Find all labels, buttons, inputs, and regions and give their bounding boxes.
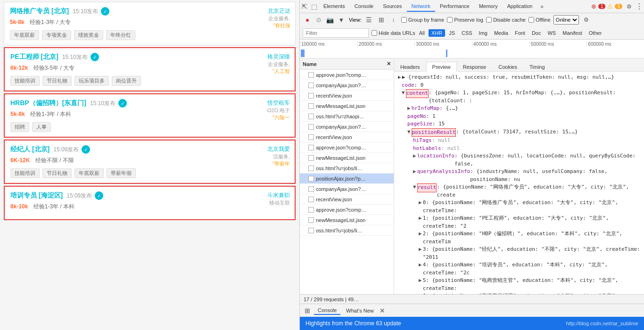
expand-locationInfo[interactable]: ▶ <box>413 152 416 160</box>
console-expand-icon[interactable]: ⊞ <box>303 306 312 315</box>
hide-data-urls-label[interactable]: Hide data URLs <box>372 30 415 36</box>
tab-console[interactable]: Console <box>350 1 378 12</box>
expand-queryAnalysisInfo[interactable]: ▶ <box>413 168 416 176</box>
throttle-settings-icon[interactable]: ⚙ <box>582 15 591 25</box>
tab-elements[interactable]: Elements <box>319 1 350 12</box>
network-list-item-9[interactable]: oss.html?u=jobs/li… <box>300 163 394 173</box>
clear-button[interactable]: ⊘ <box>314 15 323 25</box>
more-options-icon[interactable]: ⋮ <box>635 2 644 11</box>
job-card-3[interactable]: 悟空租车 O2O,电子 "六险一 HRBP（偏招聘）[东直门] 15:10发布 … <box>4 93 296 138</box>
filter-manifest[interactable]: Manifest <box>560 29 585 37</box>
tab-application[interactable]: Application <box>503 1 537 12</box>
tag-4-0[interactable]: 技能培训 <box>10 168 40 178</box>
settings-icon[interactable]: ⚙ <box>624 2 634 11</box>
tab-network[interactable]: Network <box>407 1 435 12</box>
expand-positionResult[interactable]: ▼ <box>407 128 411 136</box>
filter-js[interactable]: JS <box>446 29 458 37</box>
camera-icon[interactable]: 📷 <box>325 15 335 25</box>
filter-font[interactable]: Font <box>512 29 528 37</box>
whats-new-tab[interactable]: What's New <box>342 307 377 314</box>
json-tab-headers[interactable]: Headers <box>394 62 426 72</box>
waterfall-icon[interactable]: ↕ <box>389 15 398 25</box>
json-tab-cookies[interactable]: Cookies <box>492 62 523 72</box>
group-by-frame-checkbox[interactable] <box>401 17 407 23</box>
network-list-item-14[interactable]: newMessageList.json <box>300 215 394 225</box>
expand-item-5[interactable]: ▶ <box>419 277 422 285</box>
filter-xhr[interactable]: XHR <box>429 29 445 37</box>
network-list-item-13[interactable]: approve.json?comp… <box>300 205 394 215</box>
tag-3-1[interactable]: 人事 <box>32 122 51 132</box>
offline-checkbox[interactable] <box>528 17 534 23</box>
job-card-1[interactable]: 北京正达 企业服务, "有社保 网络推广专员 [北京] 15:10发布 ✓ 5k… <box>4 2 296 45</box>
filter-img[interactable]: Img <box>476 29 490 37</box>
network-list-item-15[interactable]: oss.html?u=jobs/li… <box>300 225 394 236</box>
json-tab-preview[interactable]: Preview <box>426 62 457 72</box>
tag-1-2[interactable]: 绩效奖金 <box>74 30 103 40</box>
network-list-item-5[interactable]: companyAjax.json?… <box>300 122 394 132</box>
tag-2-2[interactable]: 玩乐项目多 <box>74 76 109 86</box>
tab-performance[interactable]: Performance <box>435 1 474 12</box>
job-title-5[interactable]: 培训专员 [海淀区] <box>10 191 63 200</box>
timeline-bar[interactable]: 100000 ms 200000 ms 300000 ms 400000 ms … <box>300 40 644 58</box>
job-title-4[interactable]: 经纪人 [北京] <box>10 145 50 154</box>
whats-new-close[interactable]: ✕ <box>380 307 385 314</box>
filter-all[interactable]: All <box>416 29 428 37</box>
network-list-item-2[interactable]: recentView.json <box>300 91 394 101</box>
filter-other[interactable]: Other <box>586 29 605 37</box>
expand-item-2[interactable]: ▶ <box>419 230 422 238</box>
disable-cache-checkbox[interactable] <box>486 17 492 23</box>
network-list-item-4[interactable]: oss.html?u=zhaopi… <box>300 111 394 122</box>
tab-sources[interactable]: Sources <box>378 1 406 12</box>
tab-memory[interactable]: Memory <box>474 1 503 12</box>
job-card-2[interactable]: 格灵深瞳 企业服务, "人工智 PE工程师 [北京] 15:10发布 ✓ 6k-… <box>4 47 296 91</box>
close-preview-icon[interactable]: ✕ <box>387 61 391 67</box>
grid-view-icon[interactable]: ⊞ <box>377 15 386 25</box>
more-tabs-icon[interactable]: » <box>537 2 546 11</box>
devtools-dock-icon[interactable]: ⇱ <box>300 2 309 11</box>
expand-item-1[interactable]: ▶ <box>419 214 422 223</box>
network-list-item-8[interactable]: newMessageList.json <box>300 153 394 163</box>
network-list-item-10[interactable]: positionAjax.json?p… <box>300 173 394 184</box>
filter-doc[interactable]: Doc <box>529 29 544 37</box>
tag-2-0[interactable]: 技能培训 <box>10 76 40 86</box>
tag-1-0[interactable]: 年底双薪 <box>10 30 39 40</box>
json-tab-response[interactable]: Response <box>457 62 493 72</box>
filter-icon[interactable]: ▼ <box>337 15 346 25</box>
preserve-log-checkbox[interactable] <box>447 17 453 23</box>
expand-item-3[interactable]: ▶ <box>419 246 422 254</box>
network-list-item-6[interactable]: recentView.json <box>300 132 394 142</box>
tag-1-1[interactable]: 专项奖金 <box>42 30 71 40</box>
network-list-item-11[interactable]: companyAjax.json?… <box>300 184 394 194</box>
hide-data-urls-checkbox[interactable] <box>372 30 377 36</box>
console-tab[interactable]: Console <box>314 306 340 315</box>
tag-4-1[interactable]: 节日礼物 <box>42 168 72 178</box>
group-by-frame-label[interactable]: Group by frame <box>401 17 444 23</box>
network-list-item-0[interactable]: approve.json?comp… <box>300 70 394 80</box>
filter-ws[interactable]: WS <box>545 29 559 37</box>
tag-3-0[interactable]: 招聘 <box>10 122 29 132</box>
network-list-item-3[interactable]: newMessageList.json <box>300 101 394 111</box>
tag-4-3[interactable]: 带薪年假 <box>107 168 136 178</box>
offline-label[interactable]: Offline <box>528 17 551 23</box>
network-list-item-7[interactable]: approve.json?comp… <box>300 142 394 153</box>
expand-content[interactable]: ▼ <box>402 89 405 97</box>
preserve-log-label[interactable]: Preserve log <box>447 17 483 23</box>
tag-1-3[interactable]: 年终分红 <box>106 30 135 40</box>
job-title-2[interactable]: PE工程师 [北京] <box>10 53 58 61</box>
expand-item-4[interactable]: ▶ <box>419 261 422 269</box>
job-card-5[interactable]: 斗米兼职 移动互联 培训专员 [海淀区] 15:09发布 ✓ 8k-10k 经验… <box>4 186 296 220</box>
json-tab-timing[interactable]: Timing <box>523 62 551 72</box>
tag-2-1[interactable]: 节日礼物 <box>42 76 72 86</box>
expand-item-0[interactable]: ▶ <box>419 199 422 207</box>
tag-2-3[interactable]: 岗位晋升 <box>112 76 141 86</box>
record-button[interactable]: ● <box>303 15 312 25</box>
throttle-select[interactable]: Online <box>553 15 579 25</box>
devtools-undock-icon[interactable]: ⬚ <box>309 2 319 11</box>
expand-root[interactable]: ▶ <box>398 74 401 82</box>
filter-css[interactable]: CSS <box>459 29 475 37</box>
expand-hrInfoMap[interactable]: ▶ <box>407 105 411 113</box>
job-title-3[interactable]: HRBP（偏招聘）[东直门] <box>10 99 86 107</box>
tag-4-2[interactable]: 年底双薪 <box>74 168 104 178</box>
network-list-item-1[interactable]: companyAjax.json?… <box>300 80 394 91</box>
job-card-4[interactable]: 北京我爱 活服务, "带薪年 经纪人 [北京] 15:09发布 ✓ 6K-12K… <box>4 140 296 184</box>
